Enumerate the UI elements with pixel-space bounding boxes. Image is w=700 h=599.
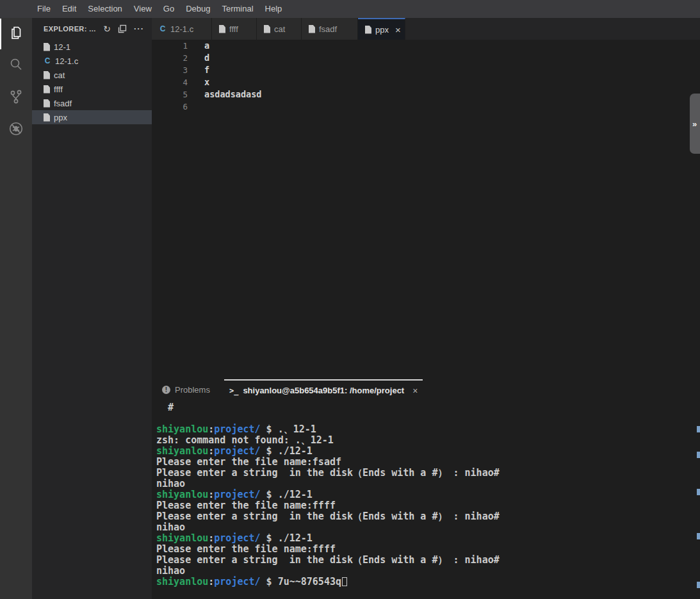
menu-item-help[interactable]: Help: [259, 0, 288, 18]
menu-item-file[interactable]: File: [31, 0, 56, 18]
explorer-actions: ↻ ···: [103, 24, 144, 33]
file-icon: [365, 26, 371, 34]
terminal-text: zsh: command not found: .、12-1: [156, 434, 334, 446]
tab-label: fsadf: [319, 24, 337, 34]
terminal-line: nihao: [156, 522, 700, 533]
problems-label: Problems: [175, 385, 210, 395]
terminal-line: nihao: [156, 566, 700, 577]
menu-item-edit[interactable]: Edit: [56, 0, 82, 18]
menu-item-debug[interactable]: Debug: [180, 0, 216, 18]
terminal-line: shiyanlou:project/ $ ./12-1: [156, 489, 700, 500]
editor-tab-ffff[interactable]: ffff: [212, 18, 257, 40]
line-text: a: [204, 40, 209, 52]
terminal-line: #: [156, 402, 700, 413]
terminal-text: project/: [214, 423, 260, 435]
explorer-sidebar: EXPLORER: ... ↻ ··· 12-1C12-1.ccatfffffs…: [32, 18, 152, 599]
bottom-panel: ! Problems >_ shiyanlou@a5b654a9b5f1: /h…: [152, 379, 700, 599]
explorer-title: EXPLORER: ...: [44, 25, 103, 33]
activity-debug[interactable]: [0, 114, 32, 146]
line-number: 2: [152, 52, 188, 64]
activity-bar: [0, 18, 32, 599]
problems-icon: !: [162, 386, 170, 394]
panel-expand-handle[interactable]: »: [690, 94, 700, 154]
file-icon: [219, 25, 225, 33]
line-number: 4: [152, 76, 188, 88]
terminal-content[interactable]: #shiyanlou:project/ $ .、12-1zsh: command…: [152, 400, 700, 587]
terminal-text: $ ./12-1: [261, 532, 313, 544]
terminal-text: shiyanlou: [156, 445, 208, 457]
scrollbar-mark: [697, 426, 700, 432]
file-label: 12-1: [54, 42, 70, 52]
code-line: 1a: [152, 40, 700, 52]
terminal-text: :: [208, 445, 214, 457]
close-icon[interactable]: ×: [412, 386, 418, 396]
explorer-header: EXPLORER: ... ↻ ···: [32, 18, 152, 40]
scrollbar-mark: [697, 533, 700, 539]
file-icon: [44, 99, 50, 108]
menu-item-terminal[interactable]: Terminal: [216, 0, 259, 18]
refresh-icon[interactable]: ↻: [103, 24, 111, 33]
file-label: ppx: [54, 113, 67, 122]
file-icon: [44, 43, 50, 51]
editor-tab-cat[interactable]: cat: [257, 18, 302, 40]
scrollbar-mark: [697, 489, 700, 495]
terminal-text: nihao: [156, 565, 185, 577]
terminal-line: Please enter a string in the disk（Ends w…: [156, 555, 700, 566]
file-icon: [309, 25, 315, 33]
scrollbar-mark: [697, 452, 700, 458]
file-icon: [44, 113, 50, 122]
editor-tab-bar: C12-1.cffffcatfsadfppx×: [152, 18, 700, 40]
file-icon: [44, 71, 50, 79]
terminal-text: :: [208, 532, 214, 544]
editor-tab-fsadf[interactable]: fsadf: [302, 18, 358, 40]
terminal-text: :: [208, 489, 214, 500]
file-row-12-1.c[interactable]: C12-1.c: [32, 54, 152, 68]
activity-source-control[interactable]: [0, 82, 32, 114]
file-row-fsadf[interactable]: fsadf: [32, 96, 152, 110]
terminal-line: Please enter a string in the disk（Ends w…: [156, 511, 700, 522]
close-icon[interactable]: ×: [395, 25, 401, 35]
activity-search[interactable]: [0, 50, 32, 82]
terminal-text: project/: [214, 489, 260, 500]
editor-tab-ppx[interactable]: ppx×: [358, 18, 405, 40]
terminal-line: [156, 413, 700, 424]
collapse-all-icon[interactable]: [118, 24, 127, 33]
scrollbar-mark: [697, 582, 700, 588]
tab-label: 12-1.c: [170, 24, 193, 34]
terminal-line: shiyanlou:project/ $ ./12-1: [156, 446, 700, 457]
code-line: 5asdadsadasd: [152, 88, 700, 101]
file-row-cat[interactable]: cat: [32, 68, 152, 82]
terminal-text: Please enter the file name:ffff: [156, 543, 336, 555]
file-icon: [264, 25, 270, 33]
more-actions-icon[interactable]: ···: [134, 24, 144, 33]
terminal-text: Please enter a string in the disk（Ends w…: [156, 467, 500, 479]
file-icon: [44, 85, 50, 94]
terminal-text: shiyanlou: [156, 489, 208, 500]
line-text: x: [204, 76, 209, 88]
file-label: ffff: [54, 85, 63, 94]
activity-explorer[interactable]: [0, 18, 32, 50]
file-tree: 12-1C12-1.ccatfffffsadfppx: [32, 40, 152, 124]
editor-tab-12-1.c[interactable]: C12-1.c: [152, 18, 212, 40]
search-icon: [8, 56, 24, 76]
terminal-text: $ ./12-1: [261, 445, 313, 457]
menu-item-view[interactable]: View: [128, 0, 158, 18]
tab-problems[interactable]: ! Problems: [157, 379, 215, 400]
terminal-text: nihao: [156, 521, 185, 533]
terminal-text: $ ./12-1: [261, 489, 313, 500]
terminal-text: Please enter a string in the disk（Ends w…: [156, 554, 500, 566]
file-row-12-1[interactable]: 12-1: [32, 40, 152, 54]
terminal-line: shiyanlou:project/ $ ./12-1: [156, 533, 700, 544]
terminal-text: $ 7u~~876543q: [261, 576, 341, 587]
tab-terminal[interactable]: >_ shiyanlou@a5b654a9b5f1: /home/project…: [224, 379, 423, 400]
c-file-icon: C: [159, 24, 167, 33]
terminal-text: $ .、12-1: [261, 423, 316, 435]
menu-item-go[interactable]: Go: [158, 0, 180, 18]
tab-label: cat: [274, 24, 285, 34]
editor-content[interactable]: 1a2d3f4x5asdadsadasd6: [152, 40, 700, 379]
terminal-icon: >_: [229, 386, 238, 395]
terminal-text: shiyanlou: [156, 532, 208, 544]
menu-item-selection[interactable]: Selection: [82, 0, 127, 18]
file-row-ffff[interactable]: ffff: [32, 82, 152, 96]
file-row-ppx[interactable]: ppx: [32, 110, 152, 124]
